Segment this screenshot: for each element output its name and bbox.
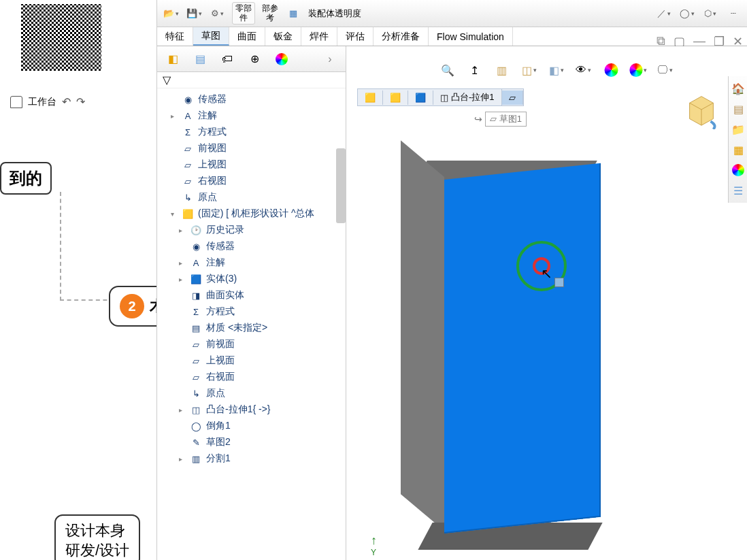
home-pane-icon[interactable]: 🏠 xyxy=(730,80,746,97)
tree-item[interactable]: ▸A注解 xyxy=(157,254,346,271)
tree-item[interactable]: ◉传感器 xyxy=(157,91,346,108)
ribbon-tab-分析准备[interactable]: 分析准备 xyxy=(374,27,429,46)
hex-icon[interactable]: ⬡ xyxy=(702,5,718,22)
transparency-icon[interactable]: ▦ xyxy=(285,5,301,22)
ribbon-tab-评估[interactable]: 评估 xyxy=(337,27,374,46)
bc-face-icon[interactable]: ▱ xyxy=(502,90,523,105)
library-icon[interactable]: ▤ xyxy=(730,101,746,117)
bc-body-icon[interactable]: 🟦 xyxy=(408,90,433,105)
tree-item[interactable]: ▱上视面 xyxy=(157,352,346,369)
file-explorer-icon[interactable]: 📁 xyxy=(730,121,746,137)
lbl: 考 xyxy=(266,13,274,22)
expand-toggle[interactable]: ▸ xyxy=(179,276,186,283)
scrollbar[interactable] xyxy=(336,148,346,223)
line-icon[interactable]: ／ xyxy=(656,5,672,22)
dim-tab[interactable]: ⊕ xyxy=(246,50,263,68)
view-palette-icon[interactable]: ▦ xyxy=(730,142,746,158)
filter-bar[interactable]: ▽ xyxy=(157,72,346,88)
bc-feature[interactable]: ◫ 凸台-拉伸1 xyxy=(433,89,502,105)
tree-label: 实体(3) xyxy=(206,273,237,285)
tree-origin-icon: ↳ xyxy=(182,191,194,203)
tree-item[interactable]: Σ方程式 xyxy=(157,303,346,320)
tree-item[interactable]: ▱右视图 xyxy=(157,173,346,189)
expand-toggle[interactable]: ▸ xyxy=(171,112,178,120)
tree-plane-icon: ▱ xyxy=(182,159,194,171)
tree-item[interactable]: ↳原点 xyxy=(157,189,346,205)
graphics-viewport[interactable]: 🔍 ↥ ▥ ◫ ◧ 👁 🖵 🟨 🟨 🟦 ◫ 凸台-拉伸1 ▱ ↪ ▱ 草图1 xyxy=(346,46,747,560)
circle-icon[interactable]: ◯ xyxy=(679,5,695,22)
ribbon-tab-曲面[interactable]: 曲面 xyxy=(229,27,265,46)
tree-item[interactable]: ▤材质 <未指定> xyxy=(157,320,346,336)
ribbon-tab-钣金[interactable]: 钣金 xyxy=(265,27,301,46)
partial-text-1: 到的 xyxy=(0,162,52,195)
zoom-fit-icon[interactable]: 🔍 xyxy=(439,61,456,79)
model-body[interactable] xyxy=(412,161,609,542)
tree-item[interactable]: ✎草图2 xyxy=(157,434,346,450)
appearance-tab[interactable] xyxy=(273,50,290,68)
bc-part-icon[interactable]: 🟨 xyxy=(383,90,408,105)
settings-icon[interactable]: ⚙ xyxy=(209,5,225,22)
tree-plane-icon: ▱ xyxy=(190,371,202,383)
expand-toggle[interactable]: ▸ xyxy=(179,227,186,234)
appearance-sphere-icon[interactable] xyxy=(602,61,620,79)
model-front-face[interactable] xyxy=(444,163,601,533)
tree-item[interactable]: ◯倒角1 xyxy=(157,418,346,434)
undo-icon[interactable]: ↶ xyxy=(62,95,71,108)
config-tab[interactable]: 🏷 xyxy=(218,50,236,68)
expand-toggle[interactable]: ▸ xyxy=(179,259,186,267)
section-icon[interactable]: ▥ xyxy=(493,61,511,79)
sketch-breadcrumb[interactable]: ↪ ▱ 草图1 xyxy=(474,112,527,127)
render-icon[interactable]: 🖵 xyxy=(657,61,674,79)
ribbon-tab-Flow Simulation[interactable]: Flow Simulation xyxy=(429,27,513,46)
tree-item[interactable]: ▱前视面 xyxy=(157,336,346,352)
tree-label: 草图2 xyxy=(206,436,231,448)
view-cube[interactable] xyxy=(682,90,721,129)
dash-icon[interactable]: ┄ xyxy=(725,5,742,22)
tree-item[interactable]: ▱上视图 xyxy=(157,157,346,173)
tree-item[interactable]: ↳原点 xyxy=(157,385,346,401)
workbench-label[interactable]: 工作台 xyxy=(28,96,56,108)
tree-hist-icon: 🕑 xyxy=(190,224,202,236)
orient-icon[interactable]: ↥ xyxy=(466,61,484,79)
tree-label: 右视面 xyxy=(206,371,235,383)
tree-extrude-icon: ◫ xyxy=(190,403,202,416)
tree-label: 原点 xyxy=(206,387,225,399)
ribbon-tab-特征[interactable]: 特征 xyxy=(157,27,193,46)
tree-item[interactable]: ◨曲面实体 xyxy=(157,287,346,303)
transparency-label[interactable]: 装配体透明度 xyxy=(308,7,361,20)
ribbon-tab-草图[interactable]: 草图 xyxy=(193,27,229,46)
tree-item[interactable]: ◉传感器 xyxy=(157,238,346,254)
tree-item[interactable]: ▾🟨(固定) [ 机柜形状设计 ^总体 xyxy=(157,205,346,222)
tree-item[interactable]: Σ方程式 xyxy=(157,124,346,140)
property-tab[interactable]: ▤ xyxy=(191,50,209,68)
expand-toggle[interactable]: ▾ xyxy=(171,210,178,218)
reference-button[interactable]: 部参考 xyxy=(262,4,278,22)
tree-item[interactable]: ▱前视图 xyxy=(157,140,346,157)
connector-line xyxy=(60,192,61,301)
hide-show-icon[interactable]: 👁 xyxy=(575,61,593,79)
view-cube-icon[interactable]: ◧ xyxy=(548,61,565,79)
tree-item[interactable]: ▱右视面 xyxy=(157,369,346,385)
scene-icon[interactable] xyxy=(629,61,647,79)
home-icon[interactable] xyxy=(10,96,22,108)
tree-Σ-icon: Σ xyxy=(182,126,194,138)
properties-pane-icon[interactable]: ☰ xyxy=(730,182,746,199)
redo-icon[interactable]: ↷ xyxy=(76,95,85,108)
save-icon[interactable]: 💾 xyxy=(186,5,202,22)
tree-item[interactable]: ▸◫凸台-拉伸1{ ->} xyxy=(157,401,346,418)
display-style-icon[interactable]: ◫ xyxy=(520,61,538,79)
expand-toggle[interactable]: ▸ xyxy=(179,406,186,414)
model-left-face[interactable] xyxy=(401,140,444,531)
appearance-pane-icon[interactable] xyxy=(730,162,746,178)
bc-assembly-icon[interactable]: 🟨 xyxy=(358,90,383,105)
part-button[interactable]: 零部件 xyxy=(232,2,255,24)
tree-item[interactable]: ▸🟦实体(3) xyxy=(157,271,346,287)
open-icon[interactable]: 📂 xyxy=(163,5,179,22)
tree-item[interactable]: ▸🕑历史记录 xyxy=(157,222,346,238)
tree-item[interactable]: ▸A注解 xyxy=(157,108,346,124)
expand-icon[interactable]: › xyxy=(321,50,339,68)
ribbon-tab-焊件[interactable]: 焊件 xyxy=(301,27,337,46)
tree-item[interactable]: ▸▥分割1 xyxy=(157,450,346,467)
feature-tree-tab[interactable]: ◧ xyxy=(164,50,182,68)
expand-toggle[interactable]: ▸ xyxy=(179,455,186,463)
